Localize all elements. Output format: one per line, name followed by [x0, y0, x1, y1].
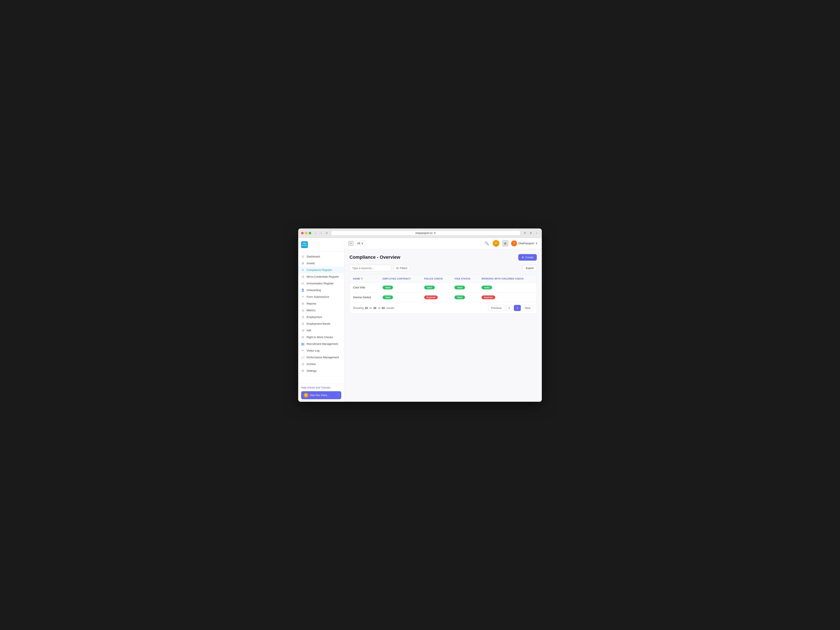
- employment-bands-icon: ⊟: [301, 322, 305, 325]
- search-filter-row: ⊟ Filters Export: [349, 265, 537, 271]
- sort-icon: ⇅: [361, 278, 363, 280]
- visitor-icon: ✏: [301, 349, 305, 352]
- page-1-button[interactable]: 1: [506, 305, 513, 311]
- create-button[interactable]: ⊕ Create: [518, 254, 537, 261]
- sidebar-item-immunisation[interactable]: 🏷 Immunisation Register: [298, 280, 344, 287]
- minimize-traffic-light[interactable]: [305, 232, 308, 234]
- cell-police-check-1: Valid: [421, 283, 451, 292]
- cell-police-check-2: Expired: [421, 292, 451, 302]
- logo-box: ONE PASS: [301, 241, 308, 248]
- share-button[interactable]: ⬆: [523, 231, 527, 235]
- sidebar-item-reports[interactable]: ⊟ Reports: [298, 300, 344, 307]
- sidebar-item-employment-bands[interactable]: ⊟ Employment Bands: [298, 321, 344, 327]
- sidebar-item-employment[interactable]: ⊟ Employment: [298, 314, 344, 321]
- table-row[interactable]: Serena Santos Valid Expired Valid: [350, 292, 537, 302]
- cell-employee-contract-1: Valid: [379, 283, 421, 292]
- sidebar: ONE PASS ⊡ Dashboard ⊞ Assets ≡ Complian…: [298, 238, 344, 402]
- air-icon: ⊟: [301, 329, 305, 332]
- org-avatar: N: [304, 393, 308, 398]
- top-bar-left: + All ∨: [349, 240, 366, 246]
- micro-cred-icon: ⊟: [301, 275, 305, 278]
- top-bar: + All ∨ 🔍 🔔 ⊞: [344, 238, 542, 249]
- sidebar-item-metrics[interactable]: ◎ Metrics: [298, 307, 344, 314]
- filter-icon: ⊟: [396, 267, 399, 270]
- showing-text: Showing 21 to 22 of 22 results: [353, 306, 395, 309]
- grid-view-button[interactable]: ⊞: [502, 240, 508, 247]
- table-row[interactable]: Cara Vida Valid Valid Valid: [350, 283, 537, 292]
- sidebar-nav: ⊡ Dashboard ⊞ Assets ≡ Compliance Regist…: [298, 251, 344, 384]
- new-tab-button[interactable]: ⊞: [528, 231, 533, 235]
- sidebar-item-form-submissions[interactable]: ≡ Form Submissions: [298, 294, 344, 300]
- table-container: NAME ⇅ EMPLOYEE CONTRACT POLICE CHECK: [349, 275, 537, 314]
- page-header: Compliance - Overview ⊕ Create: [349, 254, 537, 261]
- bell-icon: 🔔: [494, 242, 498, 245]
- sidebar-item-right-to-work[interactable]: ⊟ Right to Work Checks: [298, 334, 344, 341]
- metrics-icon: ◎: [301, 309, 305, 312]
- avatar: T: [511, 240, 517, 246]
- page-title: Compliance - Overview: [349, 254, 400, 260]
- sidebar-item-performance[interactable]: 📈 Performance Management: [298, 354, 344, 361]
- sidebar-item-micro-credentials[interactable]: ⊟ Micro-Credentials Register: [298, 273, 344, 280]
- browser-actions: ⬆ ⊞ +: [523, 231, 539, 235]
- create-plus-icon: ⊕: [522, 256, 524, 259]
- sidebar-item-air[interactable]: ⊟ AIR: [298, 327, 344, 334]
- browser-chrome: ‹ › ⊡ onepassport.co ↻ ⬆ ⊞ +: [298, 229, 542, 238]
- sidebar-footer: Help Articles and Tutorials N New Dec In…: [298, 384, 344, 402]
- cell-employee-contract-2: Valid: [379, 292, 421, 302]
- user-menu[interactable]: T OnePassport ∨: [511, 240, 538, 246]
- status-badge: Valid: [482, 286, 492, 289]
- cell-name-1: Cara Vida: [350, 283, 379, 292]
- app-container: ONE PASS ⊡ Dashboard ⊞ Assets ≡ Complian…: [298, 238, 542, 402]
- sidebar-item-assets[interactable]: ⊞ Assets: [298, 260, 344, 267]
- forward-button[interactable]: ›: [319, 231, 324, 235]
- status-badge: Expired: [482, 295, 495, 299]
- filters-button[interactable]: ⊟ Filters: [393, 265, 410, 271]
- sidebar-item-onboarding[interactable]: 👤 Onboarding: [298, 287, 344, 294]
- add-tab-button[interactable]: +: [534, 231, 539, 235]
- user-name: OnePassport: [518, 242, 534, 245]
- sidebar-item-archive[interactable]: ⊟ Archive: [298, 361, 344, 368]
- next-button[interactable]: Next: [522, 305, 533, 311]
- pagination: Previous 1 2 Next: [488, 305, 533, 311]
- sidebar-item-visitor-log[interactable]: ✏ Visitor Log: [298, 347, 344, 354]
- sidebar-item-compliance-register[interactable]: ≡ Compliance Register: [298, 267, 344, 273]
- table-footer: Showing 21 to 22 of 22 results Previous …: [350, 302, 537, 314]
- archive-icon: ⊟: [301, 362, 305, 366]
- th-employee-contract: EMPLOYEE CONTRACT: [379, 275, 421, 283]
- status-badge: Valid: [455, 286, 465, 289]
- showing-total: 22: [382, 306, 385, 309]
- search-button[interactable]: 🔍: [483, 240, 490, 247]
- cell-visa-status-1: Valid: [451, 283, 478, 292]
- settings-icon: ⚙: [301, 369, 305, 373]
- add-filter-button[interactable]: +: [349, 241, 353, 246]
- status-badge: Valid: [383, 286, 393, 289]
- th-name[interactable]: NAME ⇅: [350, 275, 379, 283]
- notifications-button[interactable]: 🔔: [493, 240, 499, 247]
- status-badge: Valid: [455, 295, 465, 299]
- search-input[interactable]: [349, 265, 392, 271]
- th-police-check: POLICE CHECK: [421, 275, 451, 283]
- help-link[interactable]: Help Articles and Tutorials: [301, 386, 341, 389]
- status-badge: Valid: [424, 286, 435, 289]
- dropdown-chevron-icon: ∨: [362, 242, 363, 245]
- sidebar-item-settings[interactable]: ⚙ Settings: [298, 368, 344, 374]
- back-button[interactable]: ‹: [313, 231, 318, 235]
- immunisation-icon: 🏷: [301, 282, 305, 285]
- org-button[interactable]: N New Dec Indus... ⌃: [301, 391, 341, 399]
- previous-button[interactable]: Previous: [488, 305, 504, 311]
- main-content: + All ∨ 🔍 🔔 ⊞: [344, 238, 542, 402]
- sidebar-item-recruitment[interactable]: 👥 Recruitment Management: [298, 341, 344, 347]
- cell-working-children-1: Valid: [478, 283, 537, 292]
- fullscreen-traffic-light[interactable]: [309, 232, 311, 234]
- sidebar-item-dashboard[interactable]: ⊡ Dashboard: [298, 253, 344, 260]
- onboarding-icon: 👤: [301, 289, 305, 292]
- export-button[interactable]: Export: [523, 265, 537, 271]
- compliance-icon: ≡: [301, 268, 305, 272]
- close-traffic-light[interactable]: [301, 232, 304, 234]
- page-2-button[interactable]: 2: [514, 305, 521, 311]
- url-text: onepassport.co: [415, 232, 433, 235]
- sidebar-toggle-button[interactable]: ⊡: [324, 231, 329, 235]
- recruitment-icon: 👥: [301, 342, 305, 346]
- filter-dropdown[interactable]: All ∨: [355, 240, 366, 246]
- address-bar[interactable]: onepassport.co ↻: [331, 231, 520, 235]
